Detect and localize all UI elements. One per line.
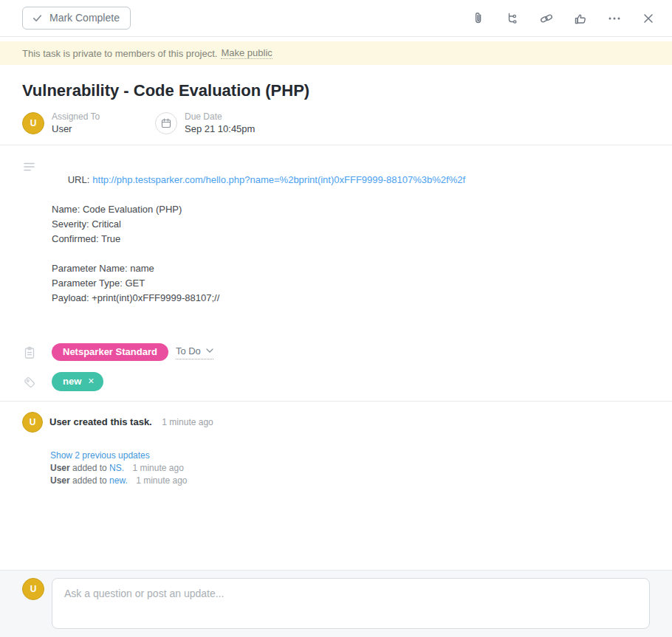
check-icon [32,13,43,24]
activity-avatar: U [22,412,43,433]
tag-icon [22,373,52,390]
tag-pill[interactable]: new × [52,372,103,391]
project-pill[interactable]: Netsparker Standard [52,343,168,361]
subtasks-icon[interactable] [505,11,520,26]
tags-row: new × [22,372,650,391]
status-label: To Do [176,345,201,357]
due-date-label: Due Date [185,111,255,123]
composer-avatar: U [22,578,44,600]
ellipsis-icon[interactable] [607,11,622,26]
mark-complete-label: Mark Complete [49,12,120,24]
thumbs-up-icon[interactable] [573,11,588,26]
update-line: User added to new. 1 minute ago [50,475,650,487]
paperclip-icon[interactable] [471,11,486,26]
description-field[interactable]: URL:http://php.testsparker.com/hello.php… [22,158,650,306]
description-line: Confirmed: True [52,232,465,247]
activity-created-row: U User created this task. 1 minute ago [22,412,650,433]
assignee-label: Assigned To [52,111,100,123]
description-line: Parameter Type: GET [52,276,465,291]
due-date-value: Sep 21 10:45pm [185,123,255,135]
tag-remove-icon[interactable]: × [88,376,94,386]
close-icon[interactable] [641,11,656,26]
activity-created-time: 1 minute ago [162,417,213,427]
comment-input[interactable] [52,578,650,629]
task-toolbar: Mark Complete [0,0,672,37]
link-icon[interactable] [539,11,554,26]
description-line [52,247,465,261]
update-target-link[interactable]: NS. [109,463,124,473]
activity-created-text: User created this task. [49,416,152,427]
status-dropdown[interactable]: To Do [176,345,213,359]
assignee-field[interactable]: U Assigned To User [22,111,155,135]
description-line: Severity: Critical [52,217,465,232]
divider-activity [0,401,672,402]
activity-updates: Show 2 previous updates User added to NS… [50,450,650,487]
mark-complete-button[interactable]: Mark Complete [22,7,131,30]
vulnerability-url-link[interactable]: http://php.testsparker.com/hello.php?nam… [92,174,465,185]
description-line: Payload: +print(int)0xFFF9999-88107;// [52,291,465,306]
description-body: URL:http://php.testsparker.com/hello.php… [52,158,465,306]
show-previous-updates-link[interactable]: Show 2 previous updates [50,450,150,462]
privacy-banner-text: This task is private to members of this … [22,48,217,59]
clipboard-icon [22,344,52,360]
privacy-banner: This task is private to members of this … [0,41,672,65]
toolbar-icon-group [471,11,656,26]
description-line: Name: Code Evaluation (PHP) [52,202,465,217]
make-public-link[interactable]: Make public [221,47,272,59]
chevron-down-icon [206,348,213,353]
divider-top [0,145,672,145]
task-meta-row: U Assigned To User Due Date Sep 21 10:45… [22,111,650,135]
calendar-icon [155,112,177,134]
update-line: User added to NS. 1 minute ago [50,462,650,475]
project-row: Netsparker Standard To Do [22,343,650,361]
tag-label: new [63,376,81,387]
description-line: Parameter Name: name [52,261,465,276]
due-date-field[interactable]: Due Date Sep 21 10:45pm [155,111,255,135]
assignee-name: User [52,123,100,135]
url-label: URL: [68,174,90,185]
description-icon [22,158,52,306]
comment-composer: U [0,570,672,637]
update-target-link[interactable]: new. [109,475,128,486]
assignee-avatar: U [22,112,44,134]
task-title[interactable]: Vulnerability - Code Evaluation (PHP) [22,81,650,100]
